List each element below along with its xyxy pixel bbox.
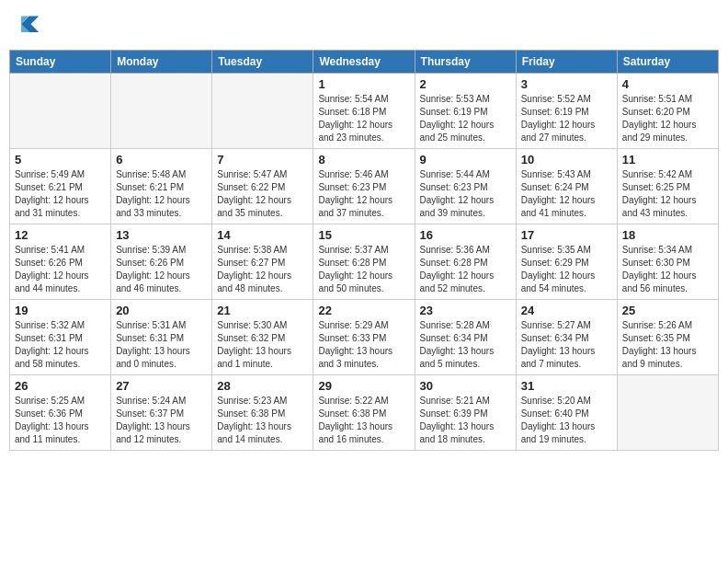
day-number: 17 [521, 228, 612, 242]
day-info: Sunrise: 5:37 AM Sunset: 6:28 PM Dayligh… [318, 244, 409, 295]
day-number: 16 [420, 228, 511, 242]
day-info: Sunrise: 5:47 AM Sunset: 6:22 PM Dayligh… [217, 168, 308, 220]
calendar-cell: 10Sunrise: 5:43 AM Sunset: 6:24 PM Dayli… [516, 149, 617, 224]
logo-icon [15, 13, 40, 39]
calendar-cell: 9Sunrise: 5:44 AM Sunset: 6:23 PM Daylig… [415, 149, 516, 224]
calendar-week-3: 12Sunrise: 5:41 AM Sunset: 6:26 PM Dayli… [10, 224, 719, 300]
day-info: Sunrise: 5:52 AM Sunset: 6:19 PM Dayligh… [521, 93, 612, 144]
day-info: Sunrise: 5:51 AM Sunset: 6:20 PM Dayligh… [622, 93, 713, 144]
calendar-week-2: 5Sunrise: 5:49 AM Sunset: 6:21 PM Daylig… [10, 149, 719, 224]
page-header [9, 9, 719, 42]
calendar-cell: 24Sunrise: 5:27 AM Sunset: 6:34 PM Dayli… [516, 300, 617, 375]
calendar-cell: 4Sunrise: 5:51 AM Sunset: 6:20 PM Daylig… [617, 74, 718, 149]
day-number: 26 [15, 379, 106, 393]
day-info: Sunrise: 5:38 AM Sunset: 6:27 PM Dayligh… [217, 244, 308, 295]
day-info: Sunrise: 5:39 AM Sunset: 6:26 PM Dayligh… [116, 244, 207, 295]
calendar-cell: 7Sunrise: 5:47 AM Sunset: 6:22 PM Daylig… [212, 149, 313, 224]
day-number: 27 [116, 379, 207, 393]
calendar-cell [10, 74, 111, 149]
calendar-cell: 19Sunrise: 5:32 AM Sunset: 6:31 PM Dayli… [10, 300, 111, 375]
calendar-cell: 29Sunrise: 5:22 AM Sunset: 6:38 PM Dayli… [313, 375, 415, 451]
calendar-cell: 13Sunrise: 5:39 AM Sunset: 6:26 PM Dayli… [111, 224, 212, 300]
calendar-cell: 27Sunrise: 5:24 AM Sunset: 6:37 PM Dayli… [111, 375, 212, 451]
day-number: 7 [217, 153, 308, 167]
day-number: 13 [116, 228, 207, 242]
calendar-cell: 12Sunrise: 5:41 AM Sunset: 6:26 PM Dayli… [10, 224, 111, 300]
calendar-cell: 15Sunrise: 5:37 AM Sunset: 6:28 PM Dayli… [313, 224, 415, 300]
day-number: 11 [622, 153, 713, 167]
day-info: Sunrise: 5:43 AM Sunset: 6:24 PM Dayligh… [521, 168, 612, 220]
calendar-cell: 3Sunrise: 5:52 AM Sunset: 6:19 PM Daylig… [516, 74, 617, 149]
day-number: 14 [217, 228, 308, 242]
calendar-cell: 16Sunrise: 5:36 AM Sunset: 6:28 PM Dayli… [415, 224, 516, 300]
day-info: Sunrise: 5:49 AM Sunset: 6:21 PM Dayligh… [15, 168, 106, 220]
day-number: 18 [622, 228, 713, 242]
calendar-cell: 20Sunrise: 5:31 AM Sunset: 6:31 PM Dayli… [111, 300, 212, 375]
day-number: 31 [521, 379, 612, 393]
calendar-cell: 23Sunrise: 5:28 AM Sunset: 6:34 PM Dayli… [415, 300, 516, 375]
calendar-cell: 22Sunrise: 5:29 AM Sunset: 6:33 PM Dayli… [313, 300, 415, 375]
day-info: Sunrise: 5:42 AM Sunset: 6:25 PM Dayligh… [622, 168, 713, 220]
day-info: Sunrise: 5:31 AM Sunset: 6:31 PM Dayligh… [116, 319, 207, 371]
calendar-week-4: 19Sunrise: 5:32 AM Sunset: 6:31 PM Dayli… [10, 300, 719, 375]
calendar-cell: 1Sunrise: 5:54 AM Sunset: 6:18 PM Daylig… [313, 74, 415, 149]
day-number: 3 [521, 77, 612, 91]
day-info: Sunrise: 5:36 AM Sunset: 6:28 PM Dayligh… [420, 244, 511, 295]
calendar-cell: 18Sunrise: 5:34 AM Sunset: 6:30 PM Dayli… [617, 224, 718, 300]
calendar-cell [111, 74, 212, 149]
weekday-header-monday: Monday [111, 51, 212, 74]
day-number: 10 [521, 153, 612, 167]
weekday-header-friday: Friday [516, 51, 617, 74]
calendar-cell [212, 74, 313, 149]
calendar-cell [617, 375, 718, 451]
day-number: 23 [420, 304, 511, 317]
weekday-header-saturday: Saturday [617, 51, 718, 74]
day-info: Sunrise: 5:30 AM Sunset: 6:32 PM Dayligh… [217, 319, 308, 371]
day-number: 1 [318, 77, 409, 91]
day-number: 21 [217, 304, 308, 317]
day-number: 8 [318, 153, 409, 167]
day-info: Sunrise: 5:23 AM Sunset: 6:38 PM Dayligh… [217, 395, 308, 446]
day-info: Sunrise: 5:48 AM Sunset: 6:21 PM Dayligh… [116, 168, 207, 220]
weekday-header-wednesday: Wednesday [313, 51, 415, 74]
calendar-cell: 2Sunrise: 5:53 AM Sunset: 6:19 PM Daylig… [415, 74, 516, 149]
calendar-cell: 31Sunrise: 5:20 AM Sunset: 6:40 PM Dayli… [516, 375, 617, 451]
day-number: 20 [116, 304, 207, 317]
day-info: Sunrise: 5:24 AM Sunset: 6:37 PM Dayligh… [116, 395, 207, 446]
day-number: 4 [622, 77, 713, 91]
day-number: 25 [622, 304, 713, 317]
day-info: Sunrise: 5:28 AM Sunset: 6:34 PM Dayligh… [420, 319, 511, 371]
day-number: 22 [318, 304, 409, 317]
day-number: 29 [318, 379, 409, 393]
calendar-week-1: 1Sunrise: 5:54 AM Sunset: 6:18 PM Daylig… [10, 74, 719, 149]
weekday-header-sunday: Sunday [10, 51, 111, 74]
calendar-cell: 8Sunrise: 5:46 AM Sunset: 6:23 PM Daylig… [313, 149, 415, 224]
calendar-table: SundayMondayTuesdayWednesdayThursdayFrid… [9, 50, 719, 451]
calendar-cell: 21Sunrise: 5:30 AM Sunset: 6:32 PM Dayli… [212, 300, 313, 375]
day-info: Sunrise: 5:46 AM Sunset: 6:23 PM Dayligh… [318, 168, 409, 220]
day-number: 24 [521, 304, 612, 317]
calendar-cell: 14Sunrise: 5:38 AM Sunset: 6:27 PM Dayli… [212, 224, 313, 300]
calendar-cell: 6Sunrise: 5:48 AM Sunset: 6:21 PM Daylig… [111, 149, 212, 224]
day-number: 2 [420, 77, 511, 91]
day-info: Sunrise: 5:44 AM Sunset: 6:23 PM Dayligh… [420, 168, 511, 220]
day-number: 9 [420, 153, 511, 167]
day-number: 19 [15, 304, 106, 317]
day-number: 12 [15, 228, 106, 242]
calendar-cell: 17Sunrise: 5:35 AM Sunset: 6:29 PM Dayli… [516, 224, 617, 300]
day-info: Sunrise: 5:35 AM Sunset: 6:29 PM Dayligh… [521, 244, 612, 295]
weekday-header-tuesday: Tuesday [212, 51, 313, 74]
calendar-cell: 5Sunrise: 5:49 AM Sunset: 6:21 PM Daylig… [10, 149, 111, 224]
day-number: 6 [116, 153, 207, 167]
day-info: Sunrise: 5:22 AM Sunset: 6:38 PM Dayligh… [318, 395, 409, 446]
calendar-cell: 25Sunrise: 5:26 AM Sunset: 6:35 PM Dayli… [617, 300, 718, 375]
day-info: Sunrise: 5:29 AM Sunset: 6:33 PM Dayligh… [318, 319, 409, 371]
day-info: Sunrise: 5:32 AM Sunset: 6:31 PM Dayligh… [15, 319, 106, 371]
day-info: Sunrise: 5:27 AM Sunset: 6:34 PM Dayligh… [521, 319, 612, 371]
logo [15, 13, 42, 39]
day-info: Sunrise: 5:53 AM Sunset: 6:19 PM Dayligh… [420, 93, 511, 144]
day-info: Sunrise: 5:26 AM Sunset: 6:35 PM Dayligh… [622, 319, 713, 371]
day-number: 15 [318, 228, 409, 242]
weekday-header-thursday: Thursday [415, 51, 516, 74]
day-info: Sunrise: 5:54 AM Sunset: 6:18 PM Dayligh… [318, 93, 409, 144]
